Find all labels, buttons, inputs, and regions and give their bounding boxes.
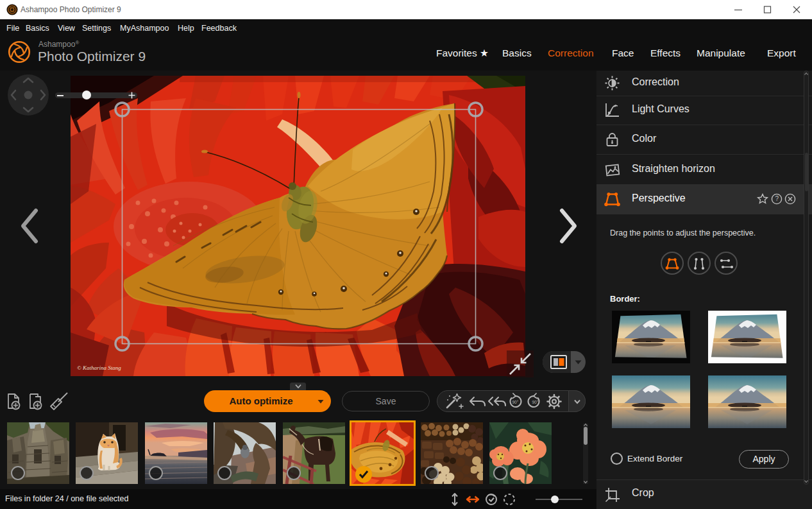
svg-text:?: ? bbox=[775, 195, 779, 202]
svg-text:90°: 90° bbox=[532, 400, 539, 404]
svg-text:90°: 90° bbox=[512, 400, 519, 404]
